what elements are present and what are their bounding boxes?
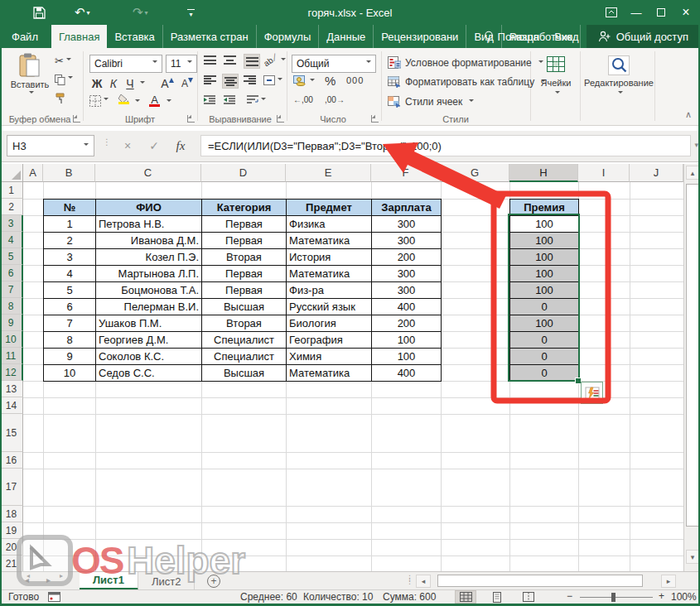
font-dialog-launcher[interactable] [187,115,195,123]
column-header-D[interactable]: D [201,164,286,182]
cell-D10[interactable]: Специалист [201,331,287,349]
increase-decimal-button[interactable]: ←,00 [293,95,313,104]
cell-F10[interactable]: 100 [371,331,442,349]
row-header-3[interactable]: 3 [0,215,23,232]
column-header-C[interactable]: C [95,164,201,182]
cell-B7[interactable]: 5 [43,281,96,299]
cell-B9[interactable]: 7 [43,315,96,332]
format-painter-button[interactable] [55,93,66,104]
cell-E8[interactable]: Русский язык [286,298,372,315]
row-header-10[interactable]: 10 [0,331,23,348]
minimize-button[interactable]: — [624,0,649,25]
cell-H10[interactable]: 0 [509,331,579,349]
column-header-F[interactable]: F [371,164,441,182]
row-header-5[interactable]: 5 [0,248,23,265]
page-break-view-button[interactable] [518,590,539,604]
cell-D5[interactable]: Вторая [201,248,287,266]
cell-C12[interactable]: Седов С.С. [95,364,202,382]
cell-D2[interactable]: Категория [201,199,287,216]
number-format-combobox[interactable]: Общий [292,55,376,73]
fill-color-dropdown[interactable] [133,95,140,108]
scroll-left-button[interactable]: ◂ [416,575,431,588]
cell-F11[interactable]: 100 [371,348,442,365]
scroll-right-button[interactable]: ▸ [661,575,676,588]
cell-C6[interactable]: Мартынова Л.П. [95,265,202,282]
align-middle-button[interactable] [224,55,236,65]
column-header-A[interactable]: A [23,164,43,182]
accounting-format-button[interactable] [293,75,315,86]
collapse-ribbon-button[interactable]: ∧ [685,109,692,120]
cell-B5[interactable]: 3 [43,248,96,266]
cell-C11[interactable]: Соколов К.С. [95,348,202,365]
cell-F6[interactable]: 300 [371,265,442,282]
align-right-button[interactable] [244,75,256,84]
share-button[interactable]: Общий доступ [587,25,700,48]
cell-D12[interactable]: Высшая [201,364,287,382]
row-header-20[interactable]: 20 [0,539,23,556]
cell-H12[interactable]: 0 [509,364,579,382]
cell-B11[interactable]: 9 [43,348,96,365]
cell-F12[interactable]: 400 [371,364,442,382]
cell-D3[interactable]: Первая [201,215,287,233]
cell-E12[interactable]: Математика [286,364,372,382]
cell-H5[interactable]: 100 [509,248,579,266]
zoom-slider-thumb[interactable] [611,593,616,602]
zoom-slider-track[interactable] [580,597,653,598]
cell-H3[interactable]: 100 [509,215,579,233]
cell-E6[interactable]: Математика [286,265,372,282]
cell-D4[interactable]: Первая [201,232,287,249]
clipboard-dialog-launcher[interactable] [73,115,80,123]
ribbon-tab-Главная[interactable]: Главная [51,25,107,48]
increase-indent-button[interactable] [224,95,235,104]
zoom-level[interactable]: 100% [671,591,697,603]
font-color-button[interactable]: А [149,94,160,107]
column-header-H[interactable]: H [509,164,578,182]
ribbon-display-options-button[interactable] [599,0,624,25]
row-header-8[interactable]: 8 [0,298,23,315]
cell-B10[interactable]: 8 [43,331,96,349]
cell-B4[interactable]: 2 [43,232,96,249]
row-header-1[interactable]: 1 [0,182,23,199]
sign-in-button[interactable]: Вход [547,25,586,48]
format-as-table-button[interactable]: Форматировать как таблицу [388,76,546,88]
ribbon-tab-Файл[interactable]: Файл [0,25,50,48]
row-header-9[interactable]: 9 [0,315,23,331]
cell-F2[interactable]: Зарплата [371,199,442,216]
tell-me-tab[interactable]: Помощн [476,25,548,48]
cell-B6[interactable]: 4 [43,265,96,282]
cell-C8[interactable]: Пелерман В.И. [95,298,202,315]
row-header-4[interactable]: 4 [0,232,23,248]
fill-color-button[interactable] [118,94,130,104]
cell-B3[interactable]: 1 [43,215,96,233]
cell-F5[interactable]: 200 [371,248,442,266]
close-button[interactable]: × [673,0,698,25]
cell-C10[interactable]: Георгиев Д.М. [95,331,202,349]
align-left-button[interactable] [204,75,216,84]
row-header-6[interactable]: 6 [0,265,23,281]
row-header-12[interactable]: 12 [0,364,23,381]
status-average[interactable]: Среднее: 60 [240,591,297,603]
name-box-dropdown-icon[interactable] [81,140,89,152]
column-header-B[interactable]: B [43,164,95,182]
sheet-tab-Лист1[interactable]: Лист1 [80,572,138,590]
column-header-I[interactable]: I [578,164,630,182]
select-all-corner[interactable] [0,164,23,182]
cell-F8[interactable]: 400 [371,298,442,315]
cell-D9[interactable]: Вторая [201,315,287,332]
underline-dropdown[interactable] [138,75,145,92]
cell-styles-button[interactable]: Стили ячеек [388,96,474,108]
insert-function-button[interactable]: fx [169,135,192,156]
borders-button[interactable] [89,95,109,107]
ribbon-tab-Рецензировани[interactable]: Рецензировани [374,25,466,48]
row-header-14[interactable]: 14 [0,397,23,414]
name-box-resizer[interactable]: ⋮ [103,140,111,144]
font-color-dropdown[interactable] [164,95,171,108]
font-name-combobox[interactable]: Calibri [89,55,162,73]
row-header-21[interactable]: 21 [0,556,23,571]
status-count[interactable]: Количество: 10 [303,591,373,603]
cell-B8[interactable]: 6 [43,298,96,315]
number-dialog-launcher[interactable] [371,115,379,123]
copy-button[interactable] [55,74,73,85]
status-sum[interactable]: Сумма: 600 [383,591,436,603]
ribbon-tab-Разметка стран[interactable]: Разметка стран [163,25,257,48]
